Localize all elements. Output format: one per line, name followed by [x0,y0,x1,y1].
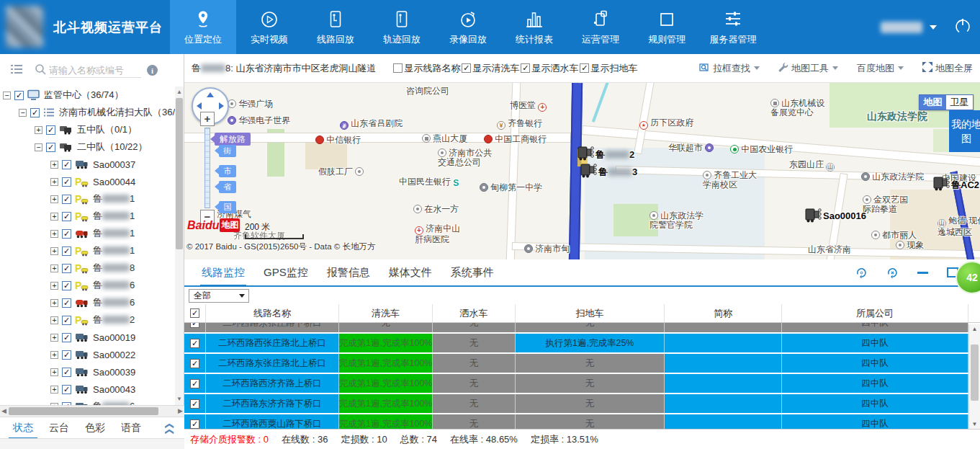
pan-up-icon[interactable] [207,92,214,97]
collapse-icon[interactable]: − [19,109,27,117]
expand-icon[interactable]: + [35,126,42,134]
table-row[interactable]: ✓二环西路西张庄路北上桥口完成第1遍,完成率100%无执行第1遍,完成率25%四… [184,334,968,352]
scroll-up-icon[interactable]: ▲ [969,326,980,332]
map-tool-百度地图[interactable]: 百度地图 [857,62,904,75]
tree-row[interactable]: +✓Sao00043 [0,381,176,398]
expand-icon[interactable]: + [50,299,58,307]
row-checkbox[interactable]: ✓ [190,339,199,348]
vehicle-marker-label[interactable]: 鲁2 [595,148,634,161]
zoom-level-省[interactable]: 省 [219,181,236,193]
table-row[interactable]: ✓二环西路东张庄路下桥口无无无四中队 [184,323,968,332]
map-tool-地图工具[interactable]: 地图工具 [778,62,838,75]
pan-left-icon[interactable] [197,102,202,110]
tree-row[interactable]: +✓鲁6 [0,294,176,311]
tree-row[interactable]: +✓P鲁2 [0,311,176,329]
zoom-level-国[interactable]: 国 [219,201,236,213]
minimize-panel-icon[interactable] [917,272,928,274]
tree-checkbox[interactable]: ✓ [62,385,71,394]
zoom-level-市[interactable]: 市 [219,165,236,177]
expand-icon[interactable]: + [50,247,58,255]
tree-row[interactable]: +✓P鲁6 [0,277,176,294]
tree-checkbox[interactable]: ✓ [62,333,71,342]
map-tool-拉框查找[interactable]: 拉框查找 [699,62,760,75]
filter-select[interactable]: 全部 [189,289,249,303]
tree-row[interactable]: +✓鲁6 [0,398,176,405]
map-canvas[interactable]: 咨询院公司 华强广场 华强电子世界♪ 山东省吕剧院博医堂 +¥ 齐鲁银行★ 历下… [184,83,980,259]
expand-icon[interactable]: + [50,334,58,342]
user-dropdown-caret-icon[interactable] [930,25,937,30]
table-row[interactable]: ✓二环西路西粟山路下桥口完成第1遍,完成率100%无无四中队 [184,414,968,429]
table-vertical-scrollbar[interactable]: ▲▼ [968,324,980,429]
tree-row[interactable]: +✓P鲁1 [0,208,176,225]
layer-checkbox-显示扫地车[interactable]: ✓显示扫地车 [580,62,637,75]
scrollbar-thumb[interactable] [9,407,158,415]
tree-checkbox[interactable]: ✓ [46,143,55,152]
collapse-panel-icon[interactable]: ❮❮ [165,422,175,434]
map-type-地图[interactable]: 地图 [920,95,946,110]
expand-icon[interactable]: + [50,195,58,203]
zoom-level-街[interactable]: 街 [219,145,236,157]
tree-checkbox[interactable]: ✓ [62,281,71,290]
tree-checkbox[interactable]: ✓ [62,212,71,221]
tree-row[interactable]: −✓二中队（10/22） [0,138,176,156]
scroll-down-icon[interactable]: ▼ [175,395,184,404]
tree-checkbox[interactable]: ✓ [30,108,40,117]
nav-item-rules[interactable]: 规则管理 [634,0,700,54]
nav-item-location[interactable]: 位置定位 [170,0,236,54]
scroll-right-icon[interactable]: ▶ [178,407,183,414]
vehicle-marker-label[interactable]: Sao00016 [823,210,866,221]
tree-checkbox[interactable]: ✓ [62,195,71,204]
logout-power-icon[interactable] [953,16,973,38]
row-checkbox[interactable]: ✓ [190,379,199,388]
select-all-checkbox[interactable]: ✓ [190,308,199,318]
nav-item-statistics[interactable]: 统计报表 [501,0,567,54]
row-checkbox[interactable]: ✓ [190,399,199,409]
tree-row[interactable]: +✓Sao00022 [0,346,176,363]
tree-checkbox[interactable]: ✓ [62,160,71,169]
vehicle-marker-icon[interactable] [576,145,595,163]
scrollbar-thumb[interactable] [971,344,979,401]
scroll-left-icon[interactable]: ◀ [1,407,6,414]
row-checkbox[interactable]: ✓ [190,323,199,328]
expand-icon[interactable]: + [50,213,58,221]
refresh-icon[interactable] [855,267,868,279]
expand-icon[interactable]: + [50,386,58,394]
search-input[interactable] [49,63,141,78]
table-row[interactable]: ✓二环西路东济齐路下桥口完成第1遍,完成率100%无无四中队 [184,394,968,413]
scroll-down-icon[interactable]: ▼ [969,421,980,427]
tree-row[interactable]: +✓Sao00019 [0,329,176,346]
nav-item-realtime-video[interactable]: 实时视频 [236,0,302,54]
row-checkbox[interactable]: ✓ [190,419,199,429]
map-type-卫星[interactable]: 卫星 [946,95,973,110]
vehicle-marker-icon[interactable] [932,175,950,193]
side-tab-状态[interactable]: 状态 [10,418,36,438]
tree-checkbox[interactable]: ✓ [62,368,71,377]
username-masked[interactable] [881,22,922,33]
expand-icon[interactable]: + [50,316,58,324]
nav-item-operations[interactable]: 运营管理 [567,0,634,54]
expand-icon[interactable]: + [50,351,58,359]
table-row[interactable]: ✓二环西路西济齐路上桥口完成第1遍,完成率100%无无四中队 [184,374,968,393]
tree-checkbox[interactable]: ✓ [62,316,71,325]
tree-row[interactable]: +✓P鲁1 [0,242,176,259]
tree-row[interactable]: +✓Sao00037 [0,156,176,173]
tree-row[interactable]: +✓五中队（0/1） [0,121,176,138]
layer-checkbox-显示清洗车[interactable]: ✓显示清洗车 [462,62,519,75]
side-tab-云台[interactable]: 云台 [46,418,72,438]
pan-right-icon[interactable] [219,102,224,110]
collapse-icon[interactable]: − [35,143,42,151]
tree-row[interactable]: +✓PSao00044 [0,173,176,190]
nav-item-track-playback[interactable]: 轨迹回放 [369,0,435,54]
my-map-button[interactable]: 我的地图 [949,110,980,152]
tree-checkbox[interactable]: ✓ [62,246,71,256]
zoom-in-button[interactable]: + [200,112,215,126]
tree-checkbox[interactable]: ✓ [62,350,71,360]
layer-checkbox-显示洒水车[interactable]: ✓显示洒水车 [521,62,578,75]
clear-refresh-icon[interactable] [886,267,899,279]
expand-icon[interactable]: + [50,230,58,238]
tree-checkbox[interactable]: ✓ [62,298,71,308]
row-checkbox[interactable]: ✓ [190,359,199,368]
vehicle-marker-icon[interactable] [804,207,822,225]
expand-icon[interactable]: + [50,161,58,169]
tree-row[interactable]: +✓鲁1 [0,225,176,242]
